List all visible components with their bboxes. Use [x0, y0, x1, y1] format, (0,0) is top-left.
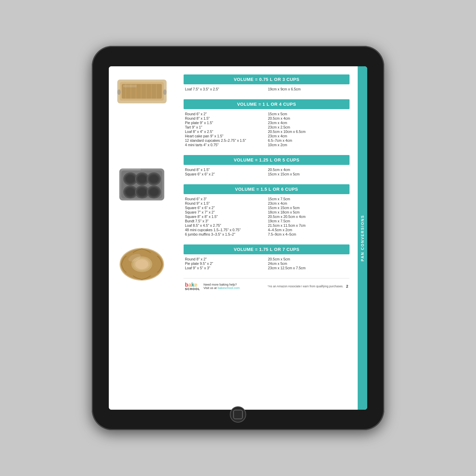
item-metric-1l-0: 15cm x 5cm: [268, 112, 348, 116]
spacer-2: [116, 209, 180, 236]
muffin-pan-image: [116, 165, 180, 206]
item-name-1l-7: 4 mini tarts 4" x 0.75": [185, 143, 265, 147]
item-metric-125l-1: 15cm x 15cm x 5cm: [268, 172, 348, 176]
header-075: VOLUME = 0.75 L or 3 CUPS: [184, 74, 350, 84]
item-name-15l-2: Square 6" x 6" x 2": [185, 206, 265, 210]
svg-point-20: [138, 175, 147, 183]
svg-point-26: [126, 188, 135, 196]
item-metric-15l-6: 21.5cm x 11.5cm x 7cm: [268, 223, 348, 227]
header-15l: VOLUME = 1.5 L or 6 CUPS: [184, 184, 350, 194]
item-name-15l-4: Square 8" x 8" x 1.5": [185, 215, 265, 219]
svg-point-38: [135, 259, 148, 269]
item-metric-1l-1: 20.5cm x 4cm: [268, 116, 348, 120]
item-name-1l-6: 12 standard cupcakes 2.5–2.75" x 1.5": [185, 138, 265, 142]
svg-rect-12: [123, 85, 137, 87]
section-1l: VOLUME = 1 L or 4 CUPS Round 6" x 2" 15c…: [184, 99, 350, 149]
item-metric-175l-0: 20.5cm x 5cm: [268, 257, 348, 261]
item-metric-1l-5: 23cm x 4cm: [268, 134, 348, 138]
item-name-1l-3: Tart 9" x 1": [185, 125, 265, 129]
spacer-1: [116, 112, 180, 162]
item-metric-1l-3: 23cm x 2.5cm: [268, 125, 348, 129]
item-metric-125l-0: 20.5cm x 4cm: [268, 168, 348, 172]
item-name-1l-4: Loaf 8" x 4" x 2.5": [185, 130, 265, 134]
item-metric-1l-2: 23cm x 4cm: [268, 121, 348, 125]
tab-label: PAN CONVERSIONS: [360, 215, 364, 261]
item-name-15l-6: Loaf 8.5" x 4.5" x 2.75": [185, 223, 265, 227]
item-name-1l-2: Pie plate 9" x 1.5": [185, 121, 265, 125]
header-1l: VOLUME = 1 L or 4 CUPS: [184, 99, 350, 109]
logo: bake SCHOOL: [185, 282, 200, 291]
svg-point-23: [149, 175, 158, 183]
footer-help-text: Need more baking help?: [204, 283, 268, 286]
section-075: VOLUME = 0.75 L or 3 CUPS Loaf 7.5" x 3.…: [184, 74, 350, 93]
content-area: VOLUME = 0.75 L or 3 CUPS Loaf 7.5" x 3.…: [109, 66, 358, 410]
item-metric-15l-1: 23cm x 4cm: [268, 201, 348, 205]
item-metric-15l-7: 4–4.5cm x 2cm: [268, 228, 348, 232]
svg-rect-33: [121, 169, 141, 171]
item-name-1l-5: Heart cake pan 9" x 1.5": [185, 134, 265, 138]
items-grid-175l: Round 8" x 2" 20.5cm x 5cm Pie plate 9.5…: [184, 257, 350, 272]
item-metric-175l-1: 24cm x 5cm: [268, 261, 348, 266]
item-name-125l-0: Round 8" x 1.5": [185, 168, 265, 172]
section-15l: VOLUME = 1.5 L or 6 CUPS Round 6" x 3" 1…: [184, 184, 350, 238]
item-metric-1l-6: 6.5–7cm x 4cm: [268, 138, 348, 142]
left-column: [116, 74, 184, 402]
svg-point-11: [163, 89, 167, 95]
item-metric-175l-2: 23cm x 12.5cm x 7.5cm: [268, 266, 348, 270]
home-button-inner: [233, 410, 243, 419]
item-name-15l-5: Bundt 7.5" x 3": [185, 219, 265, 223]
item-name-125l-1: Square 6" x 6" x 2": [185, 172, 265, 176]
item-name-175l-1: Pie plate 9.5" x 2": [185, 261, 265, 266]
item-metric-15l-4: 20.5cm x 20.5cm x 4cm: [268, 215, 348, 219]
item-metric-15l-8: 7.5–9cm x 4–5cm: [268, 232, 348, 236]
tablet: VOLUME = 0.75 L or 3 CUPS Loaf 7.5" x 3.…: [92, 46, 384, 430]
svg-point-17: [126, 175, 135, 183]
footer-help: Need more baking help? Visit us at bakes…: [204, 283, 268, 290]
items-grid-075: Loaf 7.5" x 3.5" x 2.5" 19cm x 9cm x 6.5…: [184, 87, 350, 93]
item-name-075-0: Loaf 7.5" x 3.5" x 2.5": [185, 87, 265, 91]
svg-point-32: [149, 188, 158, 196]
tablet-screen: VOLUME = 0.75 L or 3 CUPS Loaf 7.5" x 3.…: [109, 66, 367, 410]
items-grid-15l: Round 6" x 3" 15cm x 7.5cm Round 9" x 1.…: [184, 197, 350, 238]
svg-point-29: [138, 188, 147, 196]
footer-disclaimer: *As an Amazon Associate I earn from qual…: [268, 285, 343, 288]
footer-visit-prefix: Visit us at: [204, 286, 218, 290]
item-metric-075-0: 19cm x 9cm x 6.5cm: [268, 87, 348, 91]
home-button[interactable]: [230, 406, 246, 423]
item-name-15l-1: Round 9" x 1.5": [185, 201, 265, 205]
section-125l: VOLUME = 1.25 L or 5 CUPS Round 8" x 1.5…: [184, 155, 350, 178]
item-name-15l-7: 48 mini cupcakes 1.5–1.75" x 0.75": [185, 228, 265, 232]
pan-conversions-tab: PAN CONVERSIONS: [358, 66, 367, 410]
item-name-15l-0: Round 6" x 3": [185, 197, 265, 201]
footer-visit: Visit us at bakeschool.com: [204, 286, 268, 290]
footer-page-number: 2: [346, 284, 348, 288]
section-175l: VOLUME = 1.75 L or 7 CUPS Round 8" x 2" …: [184, 244, 350, 272]
items-grid-1l: Round 6" x 2" 15cm x 5cm Round 8" x 1.5"…: [184, 112, 350, 149]
header-125l: VOLUME = 1.25 L or 5 CUPS: [184, 155, 350, 165]
svg-point-10: [117, 89, 121, 95]
bundt-pan-image: [116, 240, 180, 284]
logo-school-text: SCHOOL: [185, 287, 200, 291]
loaf-pan-image: [116, 74, 180, 108]
right-column: VOLUME = 0.75 L or 3 CUPS Loaf 7.5" x 3.…: [184, 74, 350, 402]
item-metric-15l-3: 18cm x 18cm x 5cm: [268, 210, 348, 214]
item-name-175l-0: Round 8" x 2": [185, 257, 265, 261]
items-grid-125l: Round 8" x 1.5" 20.5cm x 4cm Square 6" x…: [184, 168, 350, 178]
item-name-15l-8: 6 jumbo muffins 3–3.5" x 1.5–2": [185, 232, 265, 236]
item-metric-1l-4: 20.5cm x 10cm x 6.5cm: [268, 130, 348, 134]
item-name-175l-2: Loaf 9" x 5" x 3": [185, 266, 265, 270]
item-metric-15l-5: 19cm x 7.5cm: [268, 219, 348, 223]
item-name-1l-1: Round 8" x 1.5": [185, 116, 265, 120]
item-metric-1l-7: 10cm x 2cm: [268, 143, 348, 147]
footer-website-link[interactable]: bakeschool.com: [218, 286, 240, 290]
header-175l: VOLUME = 1.75 L or 7 CUPS: [184, 244, 350, 254]
footer: bake SCHOOL Need more baking help? Visit…: [184, 278, 350, 291]
item-metric-15l-0: 15cm x 7.5cm: [268, 197, 348, 201]
item-name-15l-3: Square 7" x 7" x 2": [185, 210, 265, 214]
item-name-1l-0: Round 6" x 2": [185, 112, 265, 116]
item-metric-15l-2: 15cm x 15cm x 5cm: [268, 206, 348, 210]
